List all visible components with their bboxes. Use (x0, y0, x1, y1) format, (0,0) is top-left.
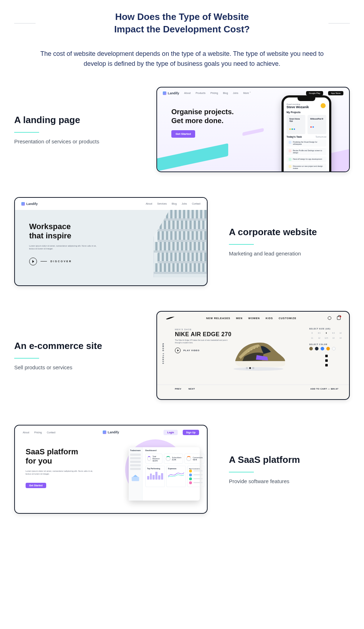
logo-icon (21, 202, 25, 206)
task-item: Revise Profile and Settings screen to de… (287, 148, 326, 155)
phone-notch (298, 97, 315, 101)
corporate-mockup: Landify About Services Blog Jobs Contact… (14, 197, 208, 286)
title-line2: Impact the Development Cost? (114, 24, 250, 35)
facebook-icon (325, 364, 328, 366)
shoe-illustration (228, 335, 289, 371)
nike-swoosh-icon (166, 316, 175, 321)
section-saas: About Pricing Contact Landify Login Sign… (14, 425, 350, 514)
landing-mockup: Landify About Products Pricing Blog Jobs… (156, 87, 350, 172)
play-icon (29, 258, 37, 265)
add-to-cart-label: ADD TO CART — $95.97 (310, 388, 338, 390)
mock-cta-button: Get Started (26, 483, 46, 488)
social-icons (309, 355, 343, 366)
saas-mockup: About Pricing Contact Landify Login Sign… (14, 425, 208, 514)
google-play-badge: Google Play (306, 91, 323, 95)
corporate-text: A corporate website Marketing and lead g… (229, 227, 350, 257)
mock-nav: NEW RELEASES MEN WOMEN KIDS CUSTOMIZE (157, 312, 349, 325)
page-intro: The cost of website development depends … (36, 49, 328, 69)
panel-top-performing: Top Performing (145, 466, 165, 487)
section-landing-page: A landing page Presentation of services … (14, 87, 350, 172)
brand: Landify (163, 91, 179, 95)
title-line1: How Does the Type of Website (115, 11, 249, 22)
underline (229, 244, 254, 245)
landing-heading: A landing page (14, 115, 135, 126)
login-button: Login (164, 430, 177, 435)
carousel-dots (246, 367, 254, 369)
mock-product: SCROLL DOWN MEN'S SHOE NIKE AIR EDGE 270… (157, 325, 349, 385)
svg-point-0 (234, 367, 283, 371)
task-item: Discussion on new project and design rev… (287, 164, 326, 171)
ecommerce-mockup: NEW RELEASES MEN WOMEN KIDS CUSTOMIZE SC… (156, 311, 350, 400)
brand: Landify (21, 202, 38, 206)
ring-chart-icon (186, 456, 191, 461)
logo-icon (163, 91, 166, 95)
svg-point-4 (257, 347, 258, 348)
dashboard-sidebar: Tradestream (129, 447, 143, 501)
section-corporate: Landify About Services Blog Jobs Contact… (14, 197, 350, 286)
svg-point-1 (248, 351, 250, 352)
panel-expenses: Expenses (166, 466, 186, 487)
underline (14, 358, 39, 359)
corporate-desc: Marketing and lead generation (229, 250, 350, 257)
mock-footer: PREV NEXT ADD TO CART — $95.97 (157, 385, 349, 393)
mock-hero: SaaS platform for you Lorem ipsum dolor … (15, 439, 207, 496)
logo-icon (103, 430, 106, 434)
task-item: Finalising the Visual Design for whitesp… (287, 139, 326, 147)
ring-chart-icon (147, 456, 151, 461)
landing-desc: Presentation of services or products (14, 138, 135, 144)
panel-new-customers: New Customers (187, 466, 204, 487)
underline (229, 472, 254, 472)
signup-button: Sign Up (183, 430, 199, 435)
ecommerce-text: An e-commerce site Sell products or serv… (14, 340, 135, 370)
mock-cta-button: Get Started (171, 130, 195, 138)
svg-point-3 (254, 348, 255, 349)
section-ecommerce: An e-commerce site Sell products or serv… (14, 311, 350, 400)
svg-point-2 (251, 349, 252, 350)
saas-heading: A SaaS platform (229, 454, 350, 465)
product-options: SELECT SIZE (US) 8 8.5 9 9.5 10 11 12 12… (309, 328, 343, 366)
twitter-icon (325, 359, 328, 362)
project-chips: Smart Home App BillboardPad Ill (287, 115, 326, 134)
color-swatches (309, 347, 343, 350)
scroll-down-label: SCROLL DOWN (162, 343, 164, 364)
ecommerce-heading: An e-commerce site (14, 340, 135, 352)
app-store-badge: App Store (328, 91, 343, 95)
mock-nav: About Pricing Contact Landify Login Sign… (15, 426, 207, 439)
badge-dot (339, 316, 341, 317)
ecommerce-desc: Sell products or services (14, 364, 135, 370)
svg-rect-5 (132, 477, 139, 481)
landing-text: A landing page Presentation of services … (14, 115, 135, 144)
building-illustration (154, 210, 207, 278)
mock-nav: Landify About Services Blog Jobs Contact (15, 198, 207, 210)
bag-icon (337, 316, 341, 320)
brand: Landify (103, 430, 119, 434)
mock-hero: Workspace that inspire Lorem ipsum dolor… (15, 210, 207, 278)
saas-desc: Provide software features (229, 478, 350, 484)
size-grid: 8 8.5 9 9.5 10 11 12 12.5 13 14 (309, 331, 343, 340)
stat-cards: Total Revenue12.2 K Subscribers2.3 K Con… (145, 454, 204, 464)
saas-text: A SaaS platform Provide software feature… (229, 454, 350, 484)
phone-mockup: Good morning Steve Wozanik My Projects S… (282, 95, 331, 172)
divider-left (14, 23, 36, 23)
dashboard-mockup: Tradestream Dashboard Total Revenue12.2 … (129, 447, 200, 501)
dashboard-main: Dashboard Total Revenue12.2 K Subscriber… (143, 447, 207, 501)
avatar (321, 103, 326, 108)
corporate-heading: A corporate website (229, 227, 350, 238)
underline (14, 132, 39, 133)
task-item: Hand off design for app development (287, 157, 326, 162)
play-icon (175, 348, 181, 353)
divider-right (328, 23, 350, 23)
page-header: How Does the Type of Website Impact the … (14, 11, 350, 36)
page-title: How Does the Type of Website Impact the … (46, 11, 318, 36)
decor-stripe (156, 143, 228, 172)
instagram-icon (325, 355, 328, 357)
user-icon (328, 316, 331, 320)
ring-chart-icon (166, 456, 171, 461)
